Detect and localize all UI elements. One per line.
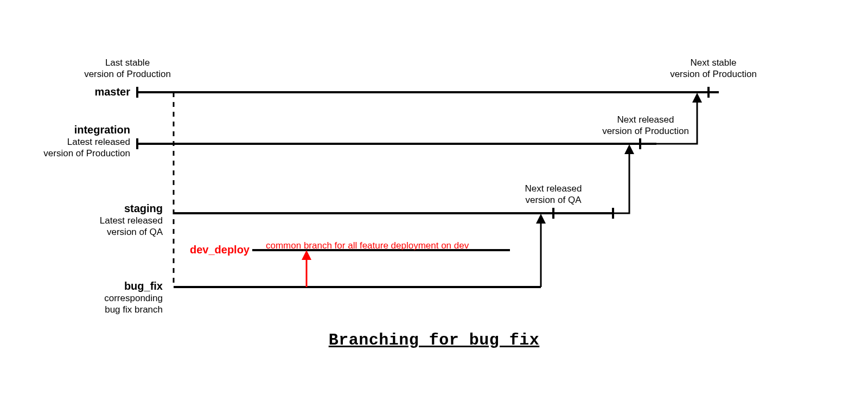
branch-label-integration: integration Latest released version of P… xyxy=(11,124,130,160)
annotation-next-released-qa: Next released version of QA xyxy=(505,183,602,206)
branch-note-text: Latest released xyxy=(33,215,163,226)
branch-note-text: version of QA xyxy=(33,226,163,238)
branch-name-text: staging xyxy=(33,202,163,215)
annotation-text: Next released xyxy=(617,114,674,125)
annotation-dev-deploy-caption: common branch for all feature deployment… xyxy=(266,240,494,251)
branch-note-text: Latest released xyxy=(11,136,130,148)
branch-label-dev-deploy: dev_deploy xyxy=(141,244,250,256)
branch-name-text: master xyxy=(94,86,130,98)
branch-note-text: version of Production xyxy=(11,148,130,159)
annotation-next-released-prod: Next released version of Production xyxy=(586,114,705,137)
annotation-text: Next stable xyxy=(690,58,736,68)
annotation-last-stable: Last stable version of Production xyxy=(65,57,190,80)
branch-label-master: master xyxy=(33,86,130,98)
title-text: Branching for bug fix xyxy=(329,331,540,349)
branch-note-text: corresponding xyxy=(33,292,163,304)
annotation-next-stable: Next stable version of Production xyxy=(654,57,773,80)
annotation-text: common branch for all feature deployment… xyxy=(266,240,469,251)
diagram-title: Branching for bug fix xyxy=(217,331,651,349)
branch-note-text: bug fix branch xyxy=(33,304,163,315)
branch-label-staging: staging Latest released version of QA xyxy=(33,202,163,238)
annotation-text: Last stable xyxy=(105,58,150,68)
branch-name-text: bug_fix xyxy=(33,280,163,292)
annotation-text: version of QA xyxy=(526,195,582,205)
annotation-text: Next released xyxy=(525,183,582,194)
branch-label-bug-fix: bug_fix corresponding bug fix branch xyxy=(33,280,163,316)
arrow-staging-to-integration xyxy=(613,149,629,213)
annotation-text: version of Production xyxy=(84,69,171,79)
branch-name-text: dev_deploy xyxy=(190,244,250,256)
annotation-text: version of Production xyxy=(602,126,689,136)
annotation-text: version of Production xyxy=(670,69,757,79)
branch-name-text: integration xyxy=(11,124,130,136)
